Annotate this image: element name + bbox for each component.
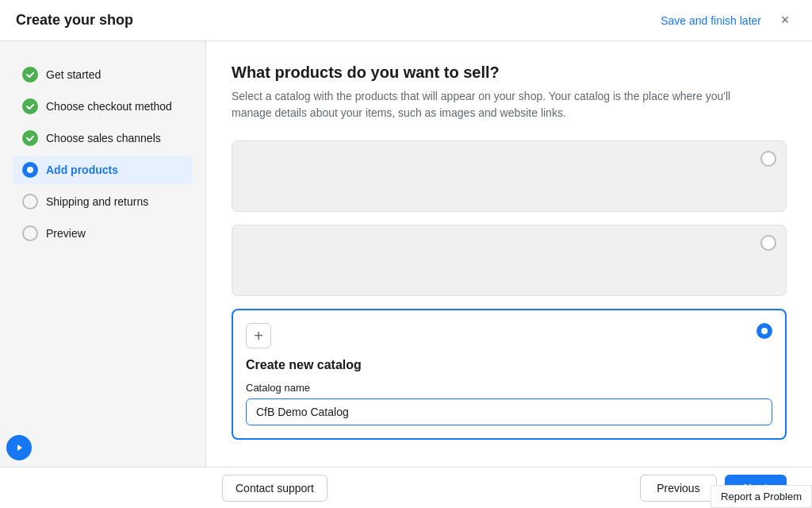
new-catalog-title: Create new catalog — [246, 358, 772, 372]
sidebar-item-shipping[interactable]: Shipping and returns — [13, 187, 193, 216]
sidebar-label-checkout: Choose checkout method — [46, 100, 172, 113]
plus-icon-button[interactable]: + — [246, 323, 271, 348]
footer: Contact support Previous Next — [0, 467, 812, 508]
catalog-radio-2[interactable] — [760, 235, 776, 251]
footer-left: Contact support — [222, 475, 327, 502]
empty-icon-shipping — [22, 194, 38, 210]
new-catalog-card: + Create new catalog Catalog name — [232, 309, 787, 440]
catalog-list — [232, 140, 787, 296]
previous-button[interactable]: Previous — [640, 475, 716, 502]
page-title: What products do you want to sell? — [232, 64, 787, 82]
sidebar-item-choose-sales[interactable]: Choose sales channels — [13, 124, 193, 152]
new-catalog-header: + — [246, 323, 772, 348]
sidebar: Get started Choose checkout method Choos… — [0, 41, 206, 508]
catalog-card-2[interactable] — [232, 225, 787, 296]
catalog-name-input[interactable] — [246, 398, 772, 425]
save-finish-button[interactable]: Save and finish later — [661, 14, 761, 27]
header-actions: Save and finish later × — [661, 10, 796, 32]
page-description: Select a catalog with the products that … — [232, 88, 739, 121]
check-icon-sales — [22, 130, 38, 146]
sidebar-item-choose-checkout[interactable]: Choose checkout method — [13, 92, 193, 121]
new-catalog-radio[interactable] — [756, 323, 772, 339]
catalog-radio-1[interactable] — [760, 151, 776, 167]
sidebar-label-products: Add products — [46, 164, 118, 176]
check-icon-get-started — [22, 67, 38, 83]
sidebar-label-sales: Choose sales channels — [46, 132, 161, 144]
sidebar-label-shipping: Shipping and returns — [46, 195, 148, 208]
empty-icon-preview — [22, 225, 38, 241]
content-area: What products do you want to sell? Selec… — [206, 41, 812, 508]
header: Create your shop Save and finish later × — [0, 0, 812, 41]
report-problem-button[interactable]: Report a Problem — [710, 485, 812, 508]
catalog-name-label: Catalog name — [246, 382, 772, 394]
sidebar-item-preview[interactable]: Preview — [13, 219, 193, 248]
app-title: Create your shop — [16, 12, 133, 29]
video-icon-button[interactable] — [6, 435, 32, 460]
main-layout: Get started Choose checkout method Choos… — [0, 41, 812, 508]
active-icon-products — [22, 162, 38, 178]
sidebar-label-preview: Preview — [46, 227, 86, 240]
close-button[interactable]: × — [774, 10, 796, 32]
sidebar-label-get-started: Get started — [46, 68, 101, 81]
sidebar-item-get-started[interactable]: Get started — [13, 60, 193, 89]
sidebar-item-add-products[interactable]: Add products — [13, 156, 193, 184]
contact-support-button[interactable]: Contact support — [222, 475, 327, 502]
catalog-card-1[interactable] — [232, 140, 787, 212]
check-icon-checkout — [22, 98, 38, 114]
